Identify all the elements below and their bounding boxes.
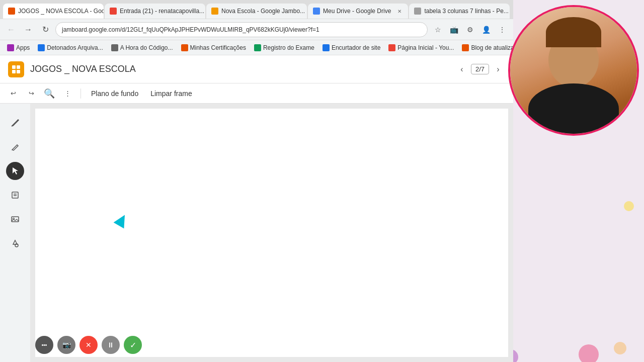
- more-options-icon[interactable]: ⋮: [495, 23, 509, 37]
- tab-favicon-5: [414, 8, 421, 15]
- bookmark-pagina-inicial[interactable]: Página Inicial - You...: [385, 43, 457, 52]
- screen-share-icon[interactable]: 📺: [447, 23, 461, 37]
- address-text: jamboard.google.com/d/12GLf_fqUuQPkApJPH…: [62, 26, 319, 33]
- nav-icons: ☆ 📺 ⚙ 👤 ⋮: [431, 23, 509, 37]
- redo-button[interactable]: ↪: [24, 86, 38, 101]
- select-tool[interactable]: [6, 162, 24, 180]
- bookmark-apps[interactable]: Apps: [4, 43, 33, 52]
- svg-rect-1: [17, 65, 20, 69]
- app-logo: [8, 61, 24, 77]
- tab-bar: JOGOS _ NOVA ESCOLA - Goo... ✕ Entrada (…: [0, 0, 513, 19]
- bookmark-detonados-label: Detonados Arquiva...: [47, 44, 103, 51]
- svg-rect-3: [17, 70, 20, 73]
- certificacoes-bookmark-icon: [181, 44, 188, 51]
- undo-button[interactable]: ↩: [6, 86, 20, 101]
- canvas[interactable]: [35, 109, 508, 357]
- bookmark-encurtador-label: Encurtador de site: [332, 44, 380, 51]
- extensions-icon[interactable]: ⚙: [463, 23, 477, 37]
- bookmark-encurtador[interactable]: Encurtador de site: [319, 43, 383, 52]
- pause-button[interactable]: ⏸: [102, 336, 120, 354]
- bookmark-apps-label: Apps: [16, 44, 30, 51]
- tab-label-2: Entrada (21) - renatacapovilla...: [120, 8, 204, 15]
- app-area: JOGOS _ NOVA ESCOLA ‹ 2/7 › ↩ ↪ 🔍 ⋮ Plan…: [0, 55, 513, 362]
- pen-tool[interactable]: [6, 114, 24, 132]
- bookmark-icon[interactable]: ☆: [431, 23, 445, 37]
- frame-indicator: 2/7: [471, 64, 489, 74]
- sticky-note-tool[interactable]: [6, 186, 24, 204]
- svg-rect-5: [12, 192, 18, 198]
- tab-favicon-3: [211, 8, 218, 15]
- tab-drive[interactable]: Meu Drive - Google Drive ✕: [308, 4, 408, 19]
- prev-frame-button[interactable]: ‹: [455, 62, 469, 76]
- bookmark-registro-label: Registro do Exame: [263, 44, 314, 51]
- webcam-feed: [510, 7, 637, 134]
- tab-favicon-2: [110, 8, 117, 15]
- tab-label-5: tabela 3 colunas 7 linhas - Pe...: [424, 8, 508, 15]
- cursor-arrow: [114, 212, 130, 229]
- toolbar-separator-1: [80, 88, 81, 99]
- bookmark-hora-codigo[interactable]: A Hora do Código...: [108, 43, 176, 52]
- registro-bookmark-icon: [254, 44, 261, 51]
- bookmark-certificacoes-label: Minhas Certificações: [190, 44, 246, 51]
- blog-bookmark-icon: [462, 44, 469, 51]
- back-button[interactable]: ←: [4, 23, 18, 37]
- tab-label-1: JOGOS _ NOVA ESCOLA - Goo...: [18, 8, 104, 15]
- encurtador-bookmark-icon: [323, 44, 330, 51]
- bookmark-registro[interactable]: Registro do Exame: [251, 43, 317, 52]
- tab-nova-escola[interactable]: Nova Escola - Google Jambo... ✕: [206, 4, 307, 19]
- apps-bookmark-icon: [7, 44, 14, 51]
- tab-jogos[interactable]: JOGOS _ NOVA ESCOLA - Goo... ✕: [3, 4, 104, 19]
- more-options-button[interactable]: •••: [35, 336, 53, 354]
- bookmark-blog[interactable]: Blog de atualizaç...: [459, 43, 513, 52]
- address-bar[interactable]: jamboard.google.com/d/12GLf_fqUuQPkApJPH…: [55, 22, 428, 37]
- app-title: JOGOS _ NOVA ESCOLA: [30, 64, 136, 74]
- background-button[interactable]: Plano de fundo: [87, 87, 142, 100]
- bookmark-certificacoes[interactable]: Minhas Certificações: [178, 43, 249, 52]
- clear-frame-button[interactable]: Limpar frame: [146, 87, 196, 100]
- image-tool[interactable]: [6, 210, 24, 228]
- frame-navigation: ‹ 2/7 ›: [455, 62, 505, 76]
- sidebar-tools: [0, 104, 30, 362]
- browser-window: JOGOS _ NOVA ESCOLA - Goo... ✕ Entrada (…: [0, 0, 513, 362]
- tab-entrada[interactable]: Entrada (21) - renatacapovilla... ✕: [105, 4, 205, 19]
- tab-tabela[interactable]: tabela 3 colunas 7 linhas - Pe... ✕: [409, 4, 510, 19]
- tab-close-4[interactable]: ✕: [396, 8, 403, 15]
- tab-favicon-4: [313, 8, 320, 15]
- bottom-controls: ••• 📷 ✕ ⏸ ✓: [35, 336, 142, 354]
- next-frame-button[interactable]: ›: [491, 62, 505, 76]
- shapes-tool[interactable]: [6, 234, 24, 252]
- content-area: [0, 104, 513, 362]
- navigation-bar: ← → ↻ jamboard.google.com/d/12GLf_fqUuQP…: [0, 19, 513, 40]
- toolbar: ↩ ↪ 🔍 ⋮ Plano de fundo Limpar frame: [0, 83, 513, 104]
- eraser-tool[interactable]: [6, 138, 24, 156]
- camera-button[interactable]: 📷: [57, 336, 75, 354]
- zoom-button[interactable]: 🔍: [42, 86, 56, 101]
- close-button[interactable]: ✕: [79, 336, 98, 354]
- confirm-button[interactable]: ✓: [124, 336, 142, 354]
- tab-label-3: Nova Escola - Google Jambo...: [221, 8, 305, 15]
- bookmark-pagina-inicial-label: Página Inicial - You...: [397, 44, 454, 51]
- tab-favicon-1: [8, 8, 15, 15]
- webcam-overlay: [508, 5, 639, 136]
- pagina-inicial-bookmark-icon: [388, 44, 395, 51]
- canvas-area[interactable]: [30, 104, 513, 362]
- bookmark-blog-label: Blog de atualizaç...: [471, 44, 513, 51]
- app-header: JOGOS _ NOVA ESCOLA ‹ 2/7 ›: [0, 55, 513, 83]
- reload-button[interactable]: ↻: [38, 23, 52, 37]
- svg-rect-0: [12, 65, 16, 69]
- tab-label-4: Meu Drive - Google Drive: [323, 8, 391, 15]
- bookmark-hora-codigo-label: A Hora do Código...: [120, 44, 173, 51]
- profile-icon[interactable]: 👤: [479, 23, 493, 37]
- bookmark-detonados[interactable]: Detonados Arquiva...: [35, 43, 106, 52]
- hora-codigo-bookmark-icon: [111, 44, 118, 51]
- bookmarks-bar: Apps Detonados Arquiva... A Hora do Códi…: [0, 40, 513, 55]
- forward-button[interactable]: →: [21, 23, 35, 37]
- svg-rect-2: [12, 70, 16, 73]
- detonados-bookmark-icon: [38, 44, 45, 51]
- zoom-more-button[interactable]: ⋮: [60, 86, 74, 101]
